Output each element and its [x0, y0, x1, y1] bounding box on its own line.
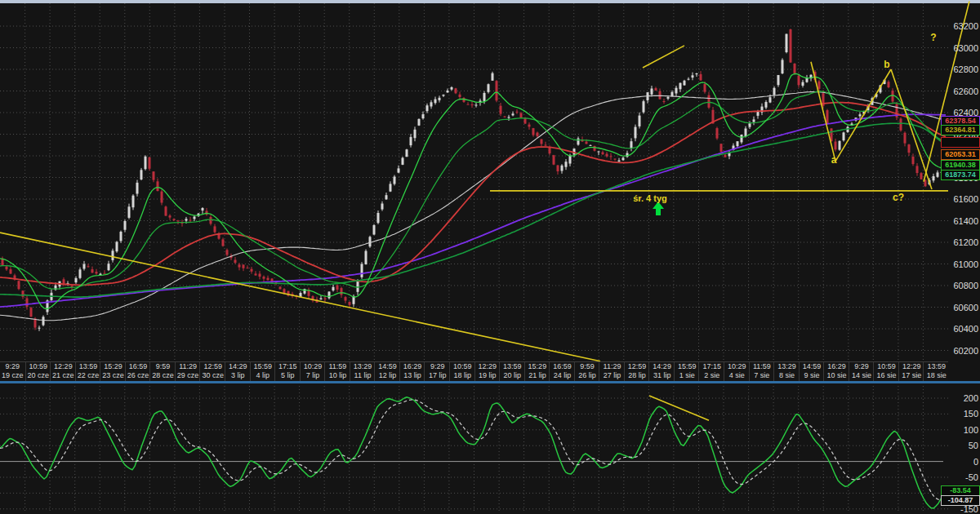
candle-body: [259, 274, 261, 277]
candle-body: [708, 95, 710, 108]
candle-body: [508, 117, 510, 117]
candle-body: [63, 279, 65, 284]
candle-body: [859, 114, 862, 116]
candle-body: [602, 153, 604, 155]
candle-body: [349, 302, 351, 305]
candle-body: [667, 97, 670, 99]
candle-body: [79, 269, 82, 278]
candle-body: [504, 117, 506, 117]
candle-body: [451, 87, 453, 90]
wave-into-a[interactable]: [811, 62, 835, 162]
candle-body: [426, 105, 429, 111]
candle-body: [773, 88, 776, 95]
candle-body: [418, 119, 421, 126]
candle-body: [439, 98, 441, 100]
time-axis-cell: 15:591 sie: [674, 362, 700, 381]
candle-body: [124, 221, 127, 230]
candle-body: [590, 145, 592, 146]
time-axis-cell: 12:5928 lip: [624, 362, 650, 381]
candle-body: [630, 141, 633, 148]
candle-body: [18, 281, 20, 289]
time-axis-cell: 10:297 lip: [300, 362, 326, 381]
candle-body: [557, 166, 559, 171]
candle-body: [655, 88, 657, 91]
candle-body: [136, 183, 139, 194]
candle-body: [402, 158, 404, 165]
candle-body: [434, 100, 437, 104]
candle-body: [332, 287, 335, 290]
candle-body: [394, 177, 396, 184]
candle-body: [688, 79, 690, 80]
oscillator-signal-line: [0, 400, 946, 500]
candle-body: [467, 104, 470, 105]
candle-body: [635, 127, 637, 139]
candle-body: [22, 290, 24, 297]
candle-body: [475, 105, 478, 106]
candle-body: [749, 123, 751, 126]
candle-body: [459, 95, 461, 97]
candle-body: [916, 166, 919, 173]
candle-body: [42, 317, 45, 325]
candle-body: [492, 73, 494, 81]
candle-body: [639, 116, 641, 126]
chart-canvas[interactable]: [0, 0, 980, 514]
candle-body: [153, 171, 155, 179]
candle-body: [255, 273, 257, 275]
candle-body: [545, 145, 547, 146]
time-axis-cell: 11:5910 lip: [324, 362, 350, 381]
candle-body: [565, 162, 568, 167]
candle-body: [724, 155, 727, 157]
candle-body: [569, 155, 572, 163]
candle-body: [806, 78, 808, 82]
candle-body: [140, 170, 143, 179]
time-axis-cell: 13:298 sie: [773, 362, 800, 381]
candle-body: [149, 157, 151, 169]
time-axis-cell: 11:2927 lip: [599, 362, 625, 381]
up-arrow-icon: [653, 202, 664, 215]
time-axis-cell: 9:5926 lip: [574, 362, 600, 381]
candle-body: [488, 84, 490, 92]
candle-body: [790, 29, 792, 63]
minor-top-line[interactable]: [643, 46, 684, 68]
osc-downtrend[interactable]: [649, 396, 709, 420]
candle-body: [553, 155, 555, 165]
candle-body: [283, 289, 286, 293]
candle-body: [157, 181, 159, 191]
candle-body: [618, 161, 621, 162]
candle-body: [345, 297, 347, 300]
candle-body: [263, 277, 265, 279]
time-axis-cell: 16:2913 lip: [399, 362, 425, 381]
time-axis-cell: 15:594 lip: [250, 362, 276, 381]
wave-a-b[interactable]: [835, 69, 891, 162]
projection-up[interactable]: [924, 2, 969, 182]
ma-purple: [0, 114, 946, 307]
candle-body: [561, 166, 564, 171]
time-axis-cell: 13:5918 sie: [923, 362, 949, 381]
candle-body: [414, 130, 416, 138]
candle-body: [165, 206, 167, 215]
time-axis-cell: 10:294 sie: [724, 362, 750, 381]
candle-body: [483, 93, 486, 101]
candle-body: [161, 192, 163, 203]
candle-body: [26, 299, 29, 307]
candle-body: [675, 88, 678, 94]
candle-body: [10, 269, 12, 273]
candle-body: [30, 308, 33, 317]
candle-body: [443, 95, 445, 95]
candle-body: [75, 278, 78, 282]
time-axis-cell: 9:2919 cze: [0, 362, 25, 381]
time-axis-cell: 13:2911 lip: [350, 362, 376, 381]
time-axis-cell: 11:597 sie: [749, 362, 775, 381]
candle-body: [782, 60, 784, 73]
candle-body: [390, 184, 392, 191]
candle-body: [606, 154, 608, 157]
time-axis-cell: 14:2931 lip: [648, 362, 675, 381]
trading-chart-window: 6320063000628006260062400622006200061800…: [0, 0, 980, 514]
candle-body: [177, 220, 180, 221]
candle-body: [843, 132, 845, 140]
candle-body: [210, 217, 212, 224]
candle-body: [937, 172, 939, 176]
time-axis-cell: 17:155 lip: [274, 362, 301, 381]
time-axis-cell: 12:2921 cze: [50, 362, 76, 381]
pane-separator[interactable]: [0, 381, 980, 383]
